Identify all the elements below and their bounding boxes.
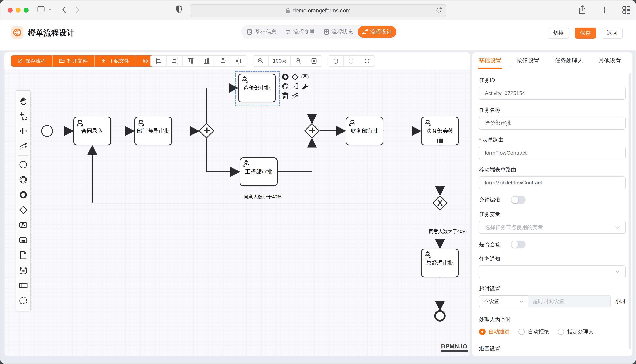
tab-other-settings[interactable]: 其他设置 — [598, 52, 621, 69]
panel-scrollbar[interactable] — [629, 73, 631, 349]
tab-button-settings[interactable]: 按钮设置 — [517, 52, 539, 69]
lasso-tool[interactable] — [16, 108, 30, 124]
shield-icon[interactable] — [176, 5, 182, 14]
align-center-horizontal-button[interactable] — [215, 56, 231, 66]
radio-icon — [558, 328, 564, 335]
change-type-wrench-icon[interactable] — [300, 82, 310, 91]
append-task-icon[interactable] — [300, 72, 310, 82]
timeout-mode-select[interactable]: 不设置 — [479, 295, 528, 307]
align-top-button[interactable] — [183, 56, 199, 66]
tab-process-design[interactable]: 流程设计 — [358, 26, 396, 38]
sidebar-chevron-icon[interactable] — [48, 8, 52, 11]
switch-button[interactable]: 切换 — [548, 28, 569, 38]
return-button[interactable]: 返回 — [602, 28, 623, 38]
reload-icon[interactable] — [436, 6, 442, 14]
append-intermediate-event-icon[interactable] — [280, 82, 290, 91]
reset-button[interactable] — [359, 56, 374, 66]
task-dept-leader-approval[interactable]: 部门领导审批 — [134, 117, 172, 145]
radio-icon — [518, 328, 525, 335]
close-window-button[interactable] — [8, 8, 13, 13]
bpmn-io-logo[interactable]: BPMN.iO — [441, 343, 468, 352]
fit-viewport-button[interactable] — [306, 56, 322, 66]
zoom-in-button[interactable] — [291, 56, 306, 66]
user-task-icon — [76, 119, 84, 127]
countersign-toggle[interactable] — [511, 240, 526, 248]
user-task-icon — [242, 160, 250, 168]
bpmn-canvas[interactable]: 合同录入 部门领导审批 造价部审批 工程部审批 财务部审批 法务部会签 — [4, 70, 470, 356]
append-end-event-icon[interactable] — [280, 72, 290, 82]
task-name-input[interactable]: 造价部审批 — [479, 117, 625, 130]
timeout-field: 不设置 超时时间设置 小时 — [479, 295, 625, 307]
task-id-input[interactable]: Activity_0725154 — [479, 87, 625, 100]
flow-icon — [362, 29, 368, 34]
append-gateway-icon[interactable] — [290, 72, 300, 82]
create-gateway[interactable] — [16, 202, 30, 218]
save-button[interactable]: 保存 — [575, 28, 596, 38]
end-event[interactable] — [434, 310, 446, 322]
create-data-object[interactable] — [16, 248, 30, 263]
create-user-task[interactable] — [16, 218, 30, 232]
create-data-store[interactable] — [16, 263, 30, 278]
create-participant[interactable] — [16, 278, 30, 293]
task-id-label: 任务ID — [479, 77, 625, 84]
save-flow-button[interactable]: 保存流程 — [11, 55, 53, 67]
radio-auto-reject[interactable]: 自动拒绝 — [518, 328, 549, 335]
zoom-level[interactable]: 100% — [269, 56, 291, 66]
redo-button[interactable] — [344, 56, 359, 66]
task-gm-approval[interactable]: 总经理审批 — [421, 249, 459, 277]
forward-button[interactable] — [75, 5, 80, 14]
tab-process-variables[interactable]: 流程变量 — [281, 28, 320, 36]
create-intermediate-event[interactable] — [16, 172, 30, 187]
radio-auto-approve[interactable]: 自动通过 — [479, 328, 510, 335]
delete-icon[interactable] — [280, 91, 290, 100]
timeout-value-input[interactable]: 超时时间设置 — [528, 295, 611, 307]
tab-basic-settings[interactable]: 基础设置 — [479, 52, 501, 69]
open-file-button[interactable]: 打开文件 — [53, 55, 95, 67]
tab-process-status[interactable]: 流程状态 — [319, 28, 358, 36]
tab-overview-icon[interactable] — [622, 6, 631, 14]
task-finance-approval[interactable]: 财务部审批 — [346, 117, 383, 145]
tab-task-assignee[interactable]: 任务处理人 — [555, 52, 583, 69]
context-pad — [280, 72, 310, 100]
undo-button[interactable] — [328, 56, 344, 66]
task-legal-countersign[interactable]: 法务部会签 — [421, 117, 459, 145]
space-tool[interactable] — [16, 124, 30, 138]
new-tab-icon[interactable] — [601, 6, 609, 14]
back-button[interactable] — [61, 5, 67, 14]
zoom-window-button[interactable] — [24, 8, 29, 13]
form-route-input[interactable]: formFlowContract — [479, 146, 625, 159]
start-event[interactable] — [41, 125, 53, 137]
task-engineering-approval[interactable]: 工程部审批 — [240, 158, 278, 186]
global-connect-tool[interactable] — [16, 138, 30, 154]
app-header: 橙单流程设计 基础信息 流程变量 流程状态 流程设计 切换 保存 返回 — [1, 20, 635, 50]
user-task-icon — [424, 251, 432, 259]
task-contract-entry[interactable]: 合同录入 — [73, 117, 111, 145]
create-start-event[interactable] — [16, 157, 30, 172]
align-left-button[interactable] — [151, 56, 167, 66]
align-center-vertical-button[interactable] — [231, 56, 247, 66]
zoom-out-button[interactable] — [253, 56, 269, 66]
connect-tool-icon[interactable] — [290, 91, 300, 100]
mobile-form-route-input[interactable]: formMobileFlowContract — [479, 176, 625, 189]
download-file-button[interactable]: 下载文件 — [95, 55, 136, 67]
url-bar[interactable]: demo.orangeforms.com — [190, 4, 446, 17]
task-notify-select[interactable] — [479, 266, 625, 278]
align-right-button[interactable] — [167, 56, 183, 66]
tab-basic-info[interactable]: 基础信息 — [243, 28, 281, 36]
allow-edit-label: 允许编辑 — [479, 196, 500, 204]
create-group[interactable] — [16, 293, 30, 308]
minimize-window-button[interactable] — [16, 8, 21, 13]
append-text-annotation-icon[interactable] — [290, 82, 300, 91]
align-bottom-button[interactable] — [199, 56, 215, 66]
url-text: demo.orangeforms.com — [293, 8, 350, 14]
sidebar-icon[interactable] — [38, 6, 46, 13]
allow-edit-toggle[interactable] — [511, 196, 526, 204]
radio-assign-handler[interactable]: 指定处理人 — [558, 328, 594, 335]
hand-tool[interactable] — [16, 93, 30, 108]
create-subprocess[interactable] — [16, 232, 30, 248]
task-variable-select[interactable]: 选择任务节点使用的变量 — [479, 221, 625, 234]
create-end-event[interactable] — [16, 187, 30, 202]
header-actions: 切换 保存 返回 — [548, 28, 623, 38]
share-icon[interactable] — [578, 5, 586, 15]
download-icon — [101, 58, 106, 64]
